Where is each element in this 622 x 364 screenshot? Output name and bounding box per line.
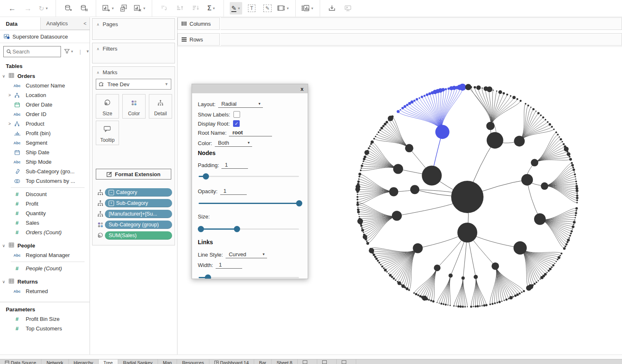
field-item[interactable]: Order Date [0,100,90,109]
field-item[interactable]: #People (Count) [0,264,90,273]
chevron-expanded-icon[interactable]: ∨ [0,74,7,78]
chevron-expanded-icon[interactable]: ∨ [0,279,7,284]
color-mode-select[interactable]: Both▼ [215,140,252,147]
download-button[interactable] [326,2,338,15]
rows-shelf-area[interactable] [221,33,622,46]
slider-handle[interactable] [234,226,240,232]
replay-button[interactable]: ↻▼ [37,2,50,15]
field-pill[interactable]: Sub-Category (group) [105,221,172,229]
table-row[interactable]: ∨People [0,240,90,250]
add-datasource-button[interactable] [62,2,74,15]
pause-auto-updates-button[interactable] [78,2,90,15]
sort-ascending-button[interactable] [174,2,186,15]
field-item[interactable]: AbcOrder ID [0,109,90,119]
dialog-close-button[interactable]: x [301,86,304,92]
sheet-tab-resources[interactable]: Resources [177,359,209,364]
field-item[interactable]: Profit (bin) [0,129,90,138]
width-input[interactable]: 1 [216,262,242,269]
back-button[interactable]: ← [6,2,18,15]
sheet-tab-map[interactable]: Map [158,359,177,364]
new-story-tab-button[interactable] [337,359,356,364]
expand-hierarchy-icon[interactable]: + [109,201,114,206]
tab-data[interactable]: Data [0,17,41,30]
collapse-pane-button[interactable]: < [80,17,90,30]
sort-descending-button[interactable] [190,2,202,15]
datasource-row[interactable]: Superstore Datasource [0,30,90,43]
field-item[interactable]: AbcReturned [0,286,90,296]
field-item[interactable]: Sub-Category (gro... [0,167,90,176]
opacity-slider[interactable] [199,200,299,206]
sheet-tab-sheet-8[interactable]: Sheet 8 [272,359,298,364]
tree-nodes[interactable] [355,84,578,308]
collapse-filters-icon[interactable]: ∧ [97,47,100,51]
annotate-button[interactable]: ✎ [261,2,274,15]
new-dashboard-tab-button[interactable] [317,359,337,364]
dialog-title-bar[interactable]: x [192,84,308,93]
field-pill[interactable]: [Manufacturer]+[Su... [105,210,172,218]
field-item[interactable]: AbcShip Mode [0,157,90,167]
show-labels-checkbox[interactable] [233,111,240,118]
tab-analytics[interactable]: Analytics [41,17,81,30]
field-item[interactable]: #Orders (Count) [0,228,90,237]
sheet-tab-dashboard-14[interactable]: Dashboard 14 [209,359,254,364]
highlight-button[interactable]: ✎▼ [230,2,242,15]
display-root-checkbox[interactable]: ✓ [233,120,240,127]
duplicate-sheet-button[interactable] [118,2,130,15]
field-item[interactable]: >Product [0,119,90,129]
parameter-item[interactable]: #Profit Bin Size [0,314,90,324]
filter-fields-icon[interactable]: ▼ [64,49,74,54]
swap-rows-columns-button[interactable] [158,2,170,15]
chevron-collapsed-icon[interactable]: > [0,121,12,126]
totals-button[interactable]: Σ▼ [205,2,218,15]
pages-card[interactable]: ∧Pages [92,18,175,40]
padding-input[interactable]: 1 [221,162,248,169]
layout-select[interactable]: Radial▼ [218,101,263,108]
field-item[interactable]: #Discount [0,189,90,199]
collapse-hierarchy-icon[interactable]: − [109,190,114,195]
filters-card[interactable]: ∧Filters [92,43,175,63]
sheet-tab-hierarchy[interactable]: Hierarchy [69,359,99,364]
field-item[interactable]: Top Customers by ... [0,176,90,186]
field-pill[interactable]: +Sub-Category [105,199,172,207]
detail-button[interactable]: Detail [149,94,172,119]
new-worksheet-tab-button[interactable] [298,359,317,364]
presentation-mode-button[interactable] [342,2,354,15]
search-box[interactable] [3,46,61,57]
field-item[interactable]: #Profit [0,199,90,209]
table-row[interactable]: ∨Returns [0,277,90,286]
search-input[interactable] [12,48,55,55]
new-worksheet-button[interactable]: ▼ [102,2,114,15]
line-style-select[interactable]: Curved▼ [226,251,267,258]
clear-sheet-button[interactable]: ▼ [134,2,146,15]
slider-handle[interactable] [296,200,302,206]
collapse-marks-icon[interactable]: ∧ [97,70,100,75]
field-item[interactable]: AbcSegment [0,138,90,148]
sheet-tab-network[interactable]: Network [41,359,68,364]
mark-type-dropdown[interactable]: Tree Dev ▼ [96,79,171,90]
root-name-input[interactable]: root [229,129,272,136]
slider-handle[interactable] [203,173,209,180]
format-extension-button[interactable]: Format Extension [96,169,171,180]
sheet-tab-tree[interactable]: Tree [99,359,118,364]
parameter-item[interactable]: #Top Customers [0,324,90,333]
size-range-slider[interactable] [199,226,299,232]
field-pill[interactable]: −Category [105,188,172,197]
field-item[interactable]: #Quantity [0,209,90,218]
fit-button[interactable]: ▼ [277,2,289,15]
size-button[interactable]: Size [96,94,119,119]
sheet-tab-radial-sankey[interactable]: Radial Sankey [118,359,158,364]
table-row[interactable]: ∨Orders [0,71,90,81]
field-item[interactable]: >Location [0,90,90,100]
show-me-button[interactable]: ▼ [301,2,314,15]
chevron-collapsed-icon[interactable]: > [0,93,12,97]
tooltip-button[interactable]: Tooltip [96,121,119,145]
collapse-pages-icon[interactable]: ∧ [97,22,100,27]
width-slider[interactable] [199,274,299,279]
field-item[interactable]: AbcCustomer Name [0,81,90,90]
pane-options-caret[interactable]: ▼ [86,49,90,53]
sheet-tab-data-source[interactable]: Data Source [0,359,41,364]
field-item[interactable]: AbcRegional Manager [0,250,90,260]
field-pill[interactable]: SUM(Sales) [105,231,172,240]
sheet-tab-bar[interactable]: Bar [254,359,272,364]
padding-slider[interactable] [199,173,299,179]
